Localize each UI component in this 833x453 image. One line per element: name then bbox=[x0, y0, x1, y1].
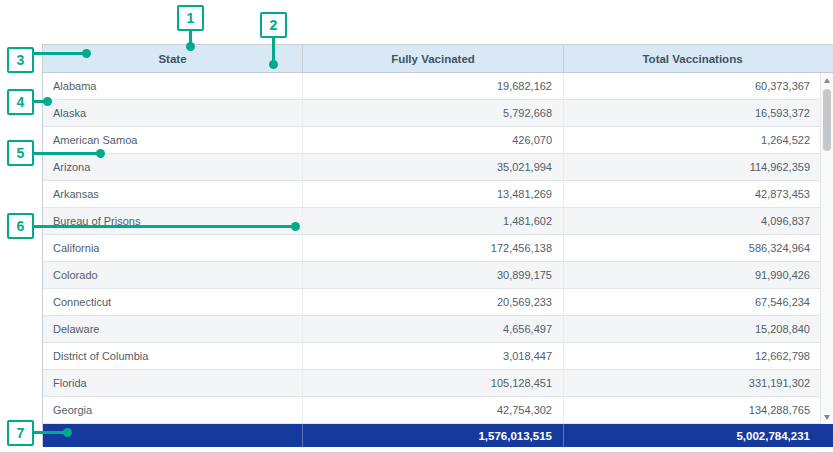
cell-fully-vaccinated: 3,018,447 bbox=[303, 343, 564, 369]
annotation-5-endpoint-dot bbox=[96, 149, 105, 158]
table-row[interactable]: Arkansas13,481,26942,873,453 bbox=[43, 181, 833, 208]
cell-total-vaccinations: 67,546,234 bbox=[564, 289, 821, 315]
cell-state: District of Columbia bbox=[43, 343, 303, 369]
cell-total-vaccinations: 91,990,426 bbox=[564, 262, 821, 288]
annotation-1-badge: 1 bbox=[177, 5, 204, 31]
cell-fully-vaccinated: 13,481,269 bbox=[303, 181, 564, 207]
annotation-3-badge: 3 bbox=[7, 47, 34, 73]
cell-state: Alaska bbox=[43, 100, 303, 126]
table-row[interactable]: Alaska5,792,66816,593,372 bbox=[43, 100, 833, 127]
cell-total-vaccinations: 331,191,302 bbox=[564, 370, 821, 396]
scrollbar-thumb[interactable] bbox=[823, 89, 831, 151]
cell-fully-vaccinated: 42,754,302 bbox=[303, 397, 564, 423]
cell-total-vaccinations: 4,096,837 bbox=[564, 208, 821, 234]
annotation-3-endpoint-dot bbox=[82, 49, 91, 58]
table-row[interactable]: District of Columbia3,018,44712,662,798 bbox=[43, 343, 833, 370]
cell-state: Connecticut bbox=[43, 289, 303, 315]
cell-state: Alabama bbox=[43, 73, 303, 99]
cell-state: Georgia bbox=[43, 397, 303, 423]
cell-state: Bureau of Prisons bbox=[43, 208, 303, 234]
table-row[interactable]: Colorado30,899,17591,990,426 bbox=[43, 262, 833, 289]
column-header-fully-vaccinated[interactable]: Fully Vacinated bbox=[303, 45, 564, 72]
totals-total-vaccinations: 5,002,784,231 bbox=[564, 424, 821, 447]
scrollbar-up-button[interactable] bbox=[821, 73, 833, 87]
cell-fully-vaccinated: 1,481,602 bbox=[303, 208, 564, 234]
cell-total-vaccinations: 134,288,765 bbox=[564, 397, 821, 423]
cell-total-vaccinations: 60,373,367 bbox=[564, 73, 821, 99]
table-row[interactable]: Arizona35,021,994114,962,359 bbox=[43, 154, 833, 181]
cell-total-vaccinations: 42,873,453 bbox=[564, 181, 821, 207]
cell-state: American Samoa bbox=[43, 127, 303, 153]
table-row[interactable]: Georgia42,754,302134,288,765 bbox=[43, 397, 833, 424]
cell-total-vaccinations: 16,593,372 bbox=[564, 100, 821, 126]
cell-fully-vaccinated: 19,682,162 bbox=[303, 73, 564, 99]
annotation-5-badge: 5 bbox=[7, 140, 34, 166]
table-row[interactable]: Bureau of Prisons1,481,6024,096,837 bbox=[43, 208, 833, 235]
table-row[interactable]: Delaware4,656,49715,208,840 bbox=[43, 316, 833, 343]
cell-total-vaccinations: 15,208,840 bbox=[564, 316, 821, 342]
cell-state: Delaware bbox=[43, 316, 303, 342]
annotation-1-endpoint-dot bbox=[186, 42, 195, 51]
cell-state: Colorado bbox=[43, 262, 303, 288]
annotation-6-badge: 6 bbox=[7, 213, 34, 239]
annotation-7-connector-line bbox=[33, 431, 67, 434]
cell-fully-vaccinated: 20,569,233 bbox=[303, 289, 564, 315]
table-row[interactable]: Connecticut20,569,23367,546,234 bbox=[43, 289, 833, 316]
chevron-up-icon bbox=[824, 78, 830, 83]
cell-fully-vaccinated: 426,070 bbox=[303, 127, 564, 153]
cell-state: Florida bbox=[43, 370, 303, 396]
annotation-4-badge: 4 bbox=[7, 89, 34, 115]
annotation-7-endpoint-dot bbox=[63, 428, 72, 437]
totals-empty-cell bbox=[43, 424, 303, 447]
annotation-4-endpoint-dot bbox=[43, 97, 52, 106]
column-header-total-vaccinations[interactable]: Total Vaccinations bbox=[564, 45, 821, 72]
cell-fully-vaccinated: 105,128,451 bbox=[303, 370, 564, 396]
table-body: Alabama19,682,16260,373,367Alaska5,792,6… bbox=[43, 73, 833, 424]
cell-total-vaccinations: 1,264,522 bbox=[564, 127, 821, 153]
cell-total-vaccinations: 114,962,359 bbox=[564, 154, 821, 180]
cell-state: Arkansas bbox=[43, 181, 303, 207]
vaccination-table-screenshot: State Fully Vacinated Total Vaccinations… bbox=[0, 0, 833, 453]
chevron-down-icon bbox=[824, 415, 830, 420]
annotation-2-endpoint-dot bbox=[269, 60, 278, 69]
vaccination-table: State Fully Vacinated Total Vaccinations… bbox=[42, 44, 833, 446]
annotation-6-endpoint-dot bbox=[291, 222, 300, 231]
table-row[interactable]: American Samoa426,0701,264,522 bbox=[43, 127, 833, 154]
table-header-row: State Fully Vacinated Total Vaccinations bbox=[43, 45, 833, 73]
table-row[interactable]: Alabama19,682,16260,373,367 bbox=[43, 73, 833, 100]
cell-state: California bbox=[43, 235, 303, 261]
annotation-3-connector-line bbox=[33, 52, 86, 55]
annotation-2-badge: 2 bbox=[260, 12, 287, 38]
vertical-scrollbar[interactable] bbox=[820, 73, 833, 424]
annotation-7-badge: 7 bbox=[7, 420, 34, 446]
annotation-5-connector-line bbox=[33, 152, 100, 155]
totals-row: 1,576,013,515 5,002,784,231 bbox=[43, 424, 833, 447]
annotation-6-connector-line bbox=[33, 225, 295, 228]
cell-fully-vaccinated: 4,656,497 bbox=[303, 316, 564, 342]
cell-fully-vaccinated: 5,792,668 bbox=[303, 100, 564, 126]
totals-fully-vaccinated: 1,576,013,515 bbox=[303, 424, 564, 447]
cell-total-vaccinations: 12,662,798 bbox=[564, 343, 821, 369]
cell-fully-vaccinated: 35,021,994 bbox=[303, 154, 564, 180]
scrollbar-down-button[interactable] bbox=[821, 410, 833, 424]
cell-total-vaccinations: 586,324,964 bbox=[564, 235, 821, 261]
table-row[interactable]: Florida105,128,451331,191,302 bbox=[43, 370, 833, 397]
column-header-state[interactable]: State bbox=[43, 45, 303, 72]
cell-fully-vaccinated: 172,456,138 bbox=[303, 235, 564, 261]
cell-state: Arizona bbox=[43, 154, 303, 180]
cell-fully-vaccinated: 30,899,175 bbox=[303, 262, 564, 288]
table-row[interactable]: California172,456,138586,324,964 bbox=[43, 235, 833, 262]
